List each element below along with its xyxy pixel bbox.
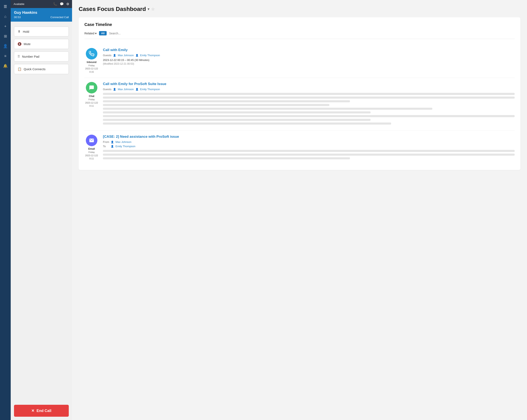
sidebar: Available 📞 💬 ⚙ Guy Hawkins 00:53 Connec… (11, 0, 72, 420)
phone-call-icon (86, 48, 97, 59)
from-row: From 👤 Max Johnson (103, 140, 515, 144)
nav-add-icon[interactable]: + (1, 22, 10, 31)
page-title: Cases Focus Dashboard (79, 6, 146, 12)
timeline-body-1: Call with Emily Guests 👤 Max Johnson 👤 E… (103, 48, 515, 74)
sidebar-top-bar: Available 📞 💬 ⚙ (11, 0, 72, 8)
chat-icon-2 (86, 82, 97, 93)
quick-connects-label: Quick Connects (24, 67, 45, 71)
timeline-icon-col-3: Email Friday2023-12-1220:11 (84, 135, 99, 161)
skeleton-line (103, 157, 350, 159)
related-chevron-icon: ▾ (95, 32, 97, 35)
call-status: Connected Call (50, 16, 69, 19)
nav-person-icon[interactable]: 👤 (1, 42, 10, 50)
timeline-date-1: Friday2023-12-1220:15 (85, 64, 98, 74)
to-label: To (103, 145, 109, 148)
nav-menu-icon[interactable]: ☰ (1, 2, 10, 11)
hold-button[interactable]: ⏸ Hold (14, 27, 69, 36)
guests-row-2: Guests 👤 Max Johnson 👤 Emily Thompson (103, 88, 515, 91)
search-input[interactable] (109, 32, 515, 35)
status-badge: Available (14, 2, 24, 6)
filter-all-badge[interactable]: All (99, 31, 107, 35)
numpad-icon: ⠿ (18, 55, 20, 58)
numpad-label: Number Pad (22, 55, 39, 58)
timeline-type-3: Email (88, 147, 95, 150)
nav-home-icon[interactable]: ⌂ (1, 12, 10, 21)
skeleton-line (103, 122, 391, 125)
top-icons: 📞 💬 ⚙ (53, 2, 69, 6)
nav-rail: ☰ ⌂ + ⊞ 👤 ≡ 🔔 (0, 0, 11, 420)
timeline-icon-col-1: Inbound Friday2023-12-1220:15 (84, 48, 99, 74)
to-value[interactable]: Emily Thompson (115, 145, 135, 148)
caller-meta: 00:53 Connected Call (14, 16, 69, 19)
skeleton-line (103, 108, 432, 110)
timeline-type-1: Inbound (87, 61, 96, 64)
nav-bell-icon[interactable]: 🔔 (1, 62, 10, 70)
chat-icon[interactable]: 💬 (60, 2, 64, 6)
mute-button[interactable]: 🔇 Mute (14, 39, 69, 49)
skeleton-line (103, 150, 515, 152)
settings-icon[interactable]: ⚙ (66, 2, 69, 6)
filter-row: Related ▾ All (84, 31, 515, 39)
timeline-date-2: Friday2023-12-1220:11 (85, 98, 98, 108)
case-timeline-title: Case Timeline (84, 22, 515, 27)
timeline-body-2: Call with Emily for ProSoft Suite Issue … (103, 82, 515, 126)
quick-connects-button[interactable]: 📋 Quick Connects (14, 64, 69, 74)
quick-connects-icon: 📋 (18, 67, 22, 71)
guests-label-2: Guests (103, 88, 111, 91)
timeline-item-call-prosoft: Chat Friday2023-12-1220:11 Call with Emi… (84, 78, 515, 131)
page-title-star-icon[interactable]: ☆ (151, 7, 155, 11)
guests-row-1: Guests 👤 Max Johnson 👤 Emily Thompson (103, 54, 515, 57)
filter-related-dropdown[interactable]: Related ▾ (84, 32, 97, 35)
guest1-link-1[interactable]: Max Johnson (118, 54, 134, 57)
skeleton-line (103, 104, 329, 106)
nav-grid-icon[interactable]: ⊞ (1, 32, 10, 40)
skeleton-line (103, 115, 515, 117)
end-call-icon: ✕ (31, 409, 34, 413)
from-value[interactable]: Max Johnson (115, 140, 131, 144)
phone-icon[interactable]: 📞 (53, 2, 57, 6)
skeleton-line (103, 154, 515, 156)
case-timeline-card: Case Timeline Related ▾ All Inbound Frid… (79, 17, 520, 170)
from-person-icon: 👤 (111, 141, 114, 144)
skeleton-line (103, 97, 515, 99)
case-prosoft-title[interactable]: [CASE: 2] Need assistance with ProSoft i… (103, 135, 515, 139)
main-content: Cases Focus Dashboard ▾ ☆ Case Timeline … (72, 0, 527, 420)
guest1-icon-2: 👤 (113, 88, 116, 91)
skeleton-line (103, 111, 371, 113)
timeline-date-3: Friday2023-12-1220:11 (85, 151, 98, 160)
to-person-icon: 👤 (111, 145, 114, 148)
skeleton-line (103, 119, 371, 121)
nav-list-icon[interactable]: ≡ (1, 52, 10, 60)
sidebar-header: Available 📞 💬 ⚙ Guy Hawkins 00:53 Connec… (11, 0, 72, 22)
call-prosoft-title[interactable]: Call with Emily for ProSoft Suite Issue (103, 82, 515, 86)
timeline-icon-col-2: Chat Friday2023-12-1220:11 (84, 82, 99, 126)
numpad-button[interactable]: ⠿ Number Pad (14, 52, 69, 62)
timeline-item-email-case: Email Friday2023-12-1220:11 [CASE: 2] Ne… (84, 131, 515, 165)
time-info-1: 2023-12-22 00:15 – 00:45 (30 Minutes) (103, 58, 515, 62)
guest2-icon-2: 👤 (135, 88, 139, 91)
skeleton-lines-2 (103, 93, 515, 125)
guest1-link-2[interactable]: Max Johnson (118, 88, 134, 91)
caller-name: Guy Hawkins (14, 11, 69, 15)
mute-label: Mute (24, 42, 31, 46)
mute-icon: 🔇 (18, 42, 22, 46)
timeline-body-3: [CASE: 2] Need assistance with ProSoft i… (103, 135, 515, 161)
call-timer: 00:53 (14, 16, 21, 19)
skeleton-line (103, 100, 350, 102)
related-label: Related (84, 32, 94, 35)
timeline-item-call-emily: Inbound Friday2023-12-1220:15 Call with … (84, 44, 515, 78)
guests-label-1: Guests (103, 54, 111, 57)
hold-icon: ⏸ (18, 30, 21, 33)
call-emily-title[interactable]: Call with Emily (103, 48, 515, 52)
end-call-button[interactable]: ✕ End Call (14, 405, 69, 417)
timeline-type-2: Chat (89, 95, 95, 98)
end-call-label: End Call (36, 409, 51, 413)
skeleton-lines-3 (103, 150, 515, 159)
modified-1: (Modified 2023-12-21 00:53) (103, 62, 515, 65)
guest2-link-2[interactable]: Emily Thompson (140, 88, 160, 91)
sidebar-buttons: ⏸ Hold 🔇 Mute ⠿ Number Pad 📋 Quick Conne… (11, 22, 72, 401)
from-label: From (103, 140, 109, 144)
caller-info: Guy Hawkins 00:53 Connected Call (11, 8, 72, 22)
page-title-chevron-icon[interactable]: ▾ (148, 7, 149, 11)
guest2-link-1[interactable]: Emily Thompson (140, 54, 160, 57)
